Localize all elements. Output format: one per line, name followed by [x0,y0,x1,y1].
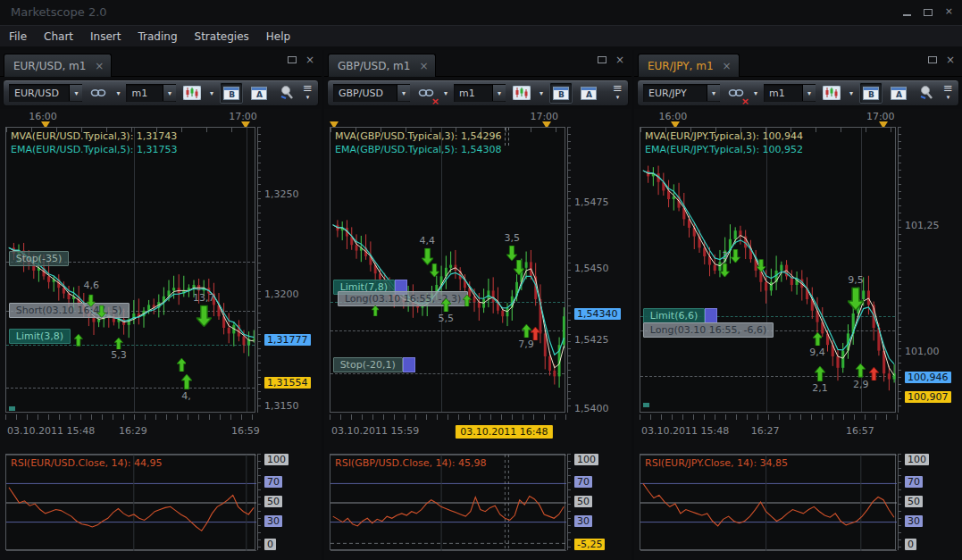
rsi-legend: RSI(GBP/USD.Close, 14): 45,98 [335,457,487,469]
maximize-icon[interactable] [924,9,933,16]
menu-item-chart[interactable]: Chart [44,30,73,43]
overflow-menu-icon[interactable]: ≡▾ [303,84,313,102]
trade-badge-entry[interactable]: Short(03.10 16:47, 5) [9,303,130,318]
candlestick-plot[interactable]: MVA(EUR/USD.Typical,3): 1,31743EMA(EUR/U… [5,127,255,413]
quote-board-button[interactable]: B [549,82,573,104]
chevron-down-icon[interactable]: ▾ [802,85,816,101]
chevron-down-icon[interactable]: ▾ [538,89,545,97]
quote-board-button[interactable]: B [220,82,243,104]
symbol-select[interactable]: EUR/JPY▾ [643,84,720,102]
chevron-down-icon[interactable]: ▾ [492,85,506,101]
symbol-value: EUR/USD [9,88,64,99]
pointer-tool-button[interactable] [275,82,298,104]
ema-legend: EMA(EUR/JPY.Typical,5): 100,952 [645,143,803,156]
pointer-tool-button[interactable] [915,82,938,104]
chevron-down-icon[interactable]: ▾ [208,89,215,97]
green-down-arrow-icon: 3,5 [506,246,517,261]
panel-maximize-icon[interactable] [288,56,297,63]
link-broken-icon[interactable]: × [724,82,748,104]
arrow-value-label: 4,4 [419,235,435,247]
trade-marker [643,403,649,407]
trade-badge-stop[interactable]: Stop(-35) [9,251,70,266]
red-up-arrow-icon [869,367,879,380]
tab-gbpusd[interactable]: GBP/USD, m1× [328,54,436,77]
symbol-select[interactable]: EUR/USD▾ [9,84,82,102]
tab-close-icon[interactable]: × [419,60,428,72]
candlestick-plot[interactable]: MVA(EUR/JPY.Typical,3): 100,944EMA(EUR/J… [640,127,896,413]
tab-eurusd[interactable]: EUR/USD, m1× [4,54,112,77]
account-window-button[interactable]: A [247,82,271,104]
price-axis-label: 1,5425 [574,334,609,346]
symbol-select[interactable]: GBP/USD▾ [333,84,410,102]
chevron-down-icon[interactable]: ▾ [397,85,410,101]
panel-maximize-icon[interactable] [598,56,606,63]
rsi-legend: RSI(EUR/JPY.Close, 14): 34,85 [645,457,788,469]
chevron-down-icon[interactable]: ▾ [114,89,121,97]
price-axis-label: 1,31777 [264,334,311,346]
period-select[interactable]: m1▾ [454,84,506,102]
chart-type-button[interactable] [510,82,533,104]
quote-board-button[interactable]: B [859,82,883,104]
chevron-down-icon[interactable]: ▾ [442,89,449,97]
green-up-arrow-icon [372,303,379,313]
green-up-arrow-icon: 5,5 [441,298,451,312]
period-select[interactable]: m1▾ [764,84,816,102]
candlestick-plot[interactable]: MVA(GBP/USD.Typical,3): 1,54296EMA(GBP/U… [330,127,565,413]
red-cross-icon: × [431,96,439,107]
trade-badge-limit[interactable]: Limit(3,8) [9,329,71,344]
account-window-button[interactable]: A [887,82,910,104]
menu-item-help[interactable]: Help [266,30,290,43]
panel-tab-bar: EUR/USD, m1×× [0,50,322,77]
menu-item-insert[interactable]: Insert [90,30,121,43]
menu-item-trading[interactable]: Trading [138,30,178,43]
rsi-plot[interactable]: RSI(GBP/USD.Close, 14): 45,98 [330,454,565,550]
link-icon[interactable] [87,82,110,104]
time-axis-ruler [640,414,903,420]
order-tag[interactable] [403,357,415,372]
chevron-down-icon[interactable]: ▾ [69,85,82,101]
rsi-axis-label: 50 [264,496,282,507]
green-down-arrow-icon [430,263,439,277]
rsi-plot[interactable]: RSI(EUR/USD.Close, 14): 44,95 [5,454,255,550]
overflow-menu-icon[interactable]: ≡▾ [943,84,953,102]
tab-close-icon[interactable]: × [723,60,732,72]
tab-label: EUR/USD, m1 [13,60,86,72]
link-broken-icon[interactable]: × [414,82,438,104]
chart-type-button[interactable] [820,82,843,104]
period-select[interactable]: m1▾ [126,84,176,102]
tab-close-icon[interactable]: × [95,60,104,72]
price-axis-label: 100,907 [905,391,951,403]
panel-maximize-icon[interactable] [928,56,937,63]
quote-board-icon: B [863,87,879,100]
panel-close-icon[interactable]: × [946,55,955,64]
indicator-legend: MVA(GBP/USD.Typical,3): 1,54296EMA(GBP/U… [335,130,502,156]
tab-eurjpy[interactable]: EUR/JPY, m1× [638,54,740,77]
toolbar-strip: EUR/JPY▾×▾m1▾▾BA≡▾ [637,79,959,106]
chevron-down-icon[interactable]: ▾ [163,85,176,101]
chart-type-button[interactable] [180,82,204,104]
green-down-arrow-icon: 4,6 [87,293,96,305]
account-window-button[interactable]: A [577,82,600,104]
chevron-down-icon[interactable]: ▾ [752,89,759,97]
panel-close-icon[interactable]: × [615,55,624,64]
quote-board-icon: B [223,87,239,100]
window-controls: × [903,6,953,17]
minimize-icon[interactable] [903,14,911,16]
overflow-menu-icon[interactable]: ≡▾ [613,84,623,102]
price-axis-label: 1,31554 [264,377,311,389]
chevron-down-icon[interactable]: ▾ [707,85,720,101]
menu-item-file[interactable]: File [9,30,27,43]
close-icon[interactable]: × [945,6,953,17]
green-up-arrow-icon: 9,4 [813,332,823,346]
menu-item-strategies[interactable]: Strategies [195,30,249,43]
trade-badge-stop[interactable]: Stop(-20,1) [333,357,403,372]
rsi-plot[interactable]: RSI(EUR/JPY.Close, 14): 34,85 [640,454,896,550]
price-axis-label: 1,3150 [264,400,299,412]
panel-close-icon[interactable]: × [305,55,314,64]
period-value: m1 [126,88,153,99]
chevron-down-icon[interactable]: ▾ [848,89,855,97]
period-value: m1 [454,88,481,99]
trade-badge-entry[interactable]: Long(03.10 16:55, -6,6) [643,322,774,338]
order-tag[interactable] [705,308,717,323]
trade-badge-limit[interactable]: Limit(6,6) [643,308,705,323]
